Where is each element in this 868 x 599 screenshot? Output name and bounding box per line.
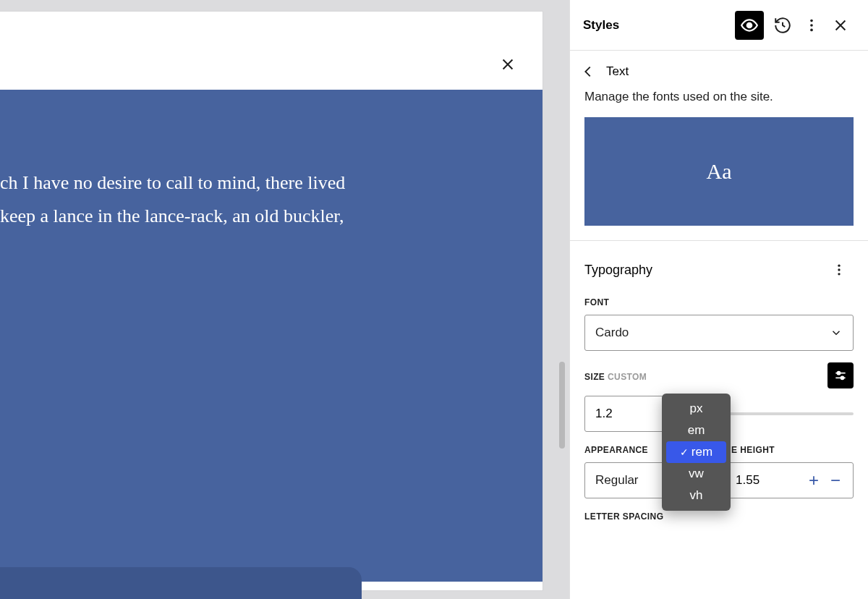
lineheight-value: 1.55 (726, 473, 807, 488)
close-icon (500, 56, 516, 72)
section-title: Typography (584, 263, 652, 278)
close-icon (833, 17, 848, 33)
panel-header: Styles (570, 0, 868, 51)
svg-point-0 (747, 22, 752, 27)
svg-point-1 (810, 19, 813, 22)
revisions-button[interactable] (768, 11, 797, 40)
panel-description: Manage the fonts used on the site. (570, 87, 868, 117)
breadcrumb-label: Text (606, 64, 629, 79)
sample-text-line: ch I have no desire to call to mind, the… (0, 166, 542, 200)
content-block: ch I have no desire to call to mind, the… (0, 90, 542, 582)
appearance-value: Regular (595, 473, 639, 488)
svg-point-10 (841, 376, 843, 379)
svg-point-6 (838, 273, 840, 275)
svg-point-4 (838, 265, 840, 267)
panel-more-button[interactable] (797, 11, 826, 40)
lineheight-decrement[interactable]: − (828, 470, 843, 490)
font-family-select[interactable]: Cardo (584, 315, 854, 351)
unit-option-vh[interactable]: vh (666, 485, 726, 506)
font-label: FONT (584, 297, 854, 307)
history-icon (773, 16, 792, 35)
more-vertical-icon (832, 263, 846, 277)
unit-option-em[interactable]: em (666, 420, 726, 441)
unit-option-rem[interactable]: ✓rem (666, 441, 726, 463)
svg-point-8 (837, 372, 840, 375)
panel-breadcrumb[interactable]: Text (570, 51, 868, 87)
lineheight-stepper[interactable]: 1.55 + − (725, 462, 854, 498)
close-panel-button[interactable] (826, 11, 855, 40)
chevron-down-icon (830, 326, 843, 339)
size-label: SIZE CUSTOM (584, 372, 816, 382)
unit-option-px[interactable]: px (666, 398, 726, 420)
editor-canvas: ch I have no desire to call to mind, the… (0, 0, 569, 599)
panel-title: Styles (583, 18, 735, 33)
svg-point-5 (838, 268, 840, 271)
chevron-left-icon (580, 64, 596, 80)
close-preview-button[interactable] (495, 51, 521, 77)
sliders-icon (833, 368, 848, 383)
unit-option-vw[interactable]: vw (666, 463, 726, 485)
scrollbar-thumb[interactable] (559, 362, 565, 449)
more-vertical-icon (804, 17, 820, 33)
svg-point-2 (810, 24, 813, 27)
letterspacing-label: LETTER SPACING (584, 511, 854, 522)
eye-icon (740, 16, 759, 35)
check-icon: ✓ (680, 446, 689, 458)
decorative-block (0, 567, 362, 599)
unit-dropdown[interactable]: px em ✓rem vw vh (662, 394, 731, 511)
font-family-value: Cardo (595, 326, 629, 340)
lineheight-label: NE HEIGHT (725, 445, 854, 455)
preview-glyph: Aa (707, 159, 732, 184)
font-size-value[interactable] (595, 407, 653, 421)
font-preview-swatch[interactable]: Aa (584, 117, 854, 226)
typography-more-button[interactable] (825, 255, 854, 284)
sample-text-line: keep a lance in the lance-rack, an old b… (0, 200, 542, 233)
canvas-frame: ch I have no desire to call to mind, the… (0, 12, 542, 590)
size-presets-toggle[interactable] (827, 362, 854, 388)
font-size-input[interactable] (584, 396, 664, 432)
style-book-toggle[interactable] (735, 11, 764, 40)
lineheight-increment[interactable]: + (807, 470, 821, 490)
size-custom-tag: CUSTOM (608, 372, 647, 382)
svg-point-3 (810, 28, 813, 31)
size-label-text: SIZE (584, 372, 605, 382)
